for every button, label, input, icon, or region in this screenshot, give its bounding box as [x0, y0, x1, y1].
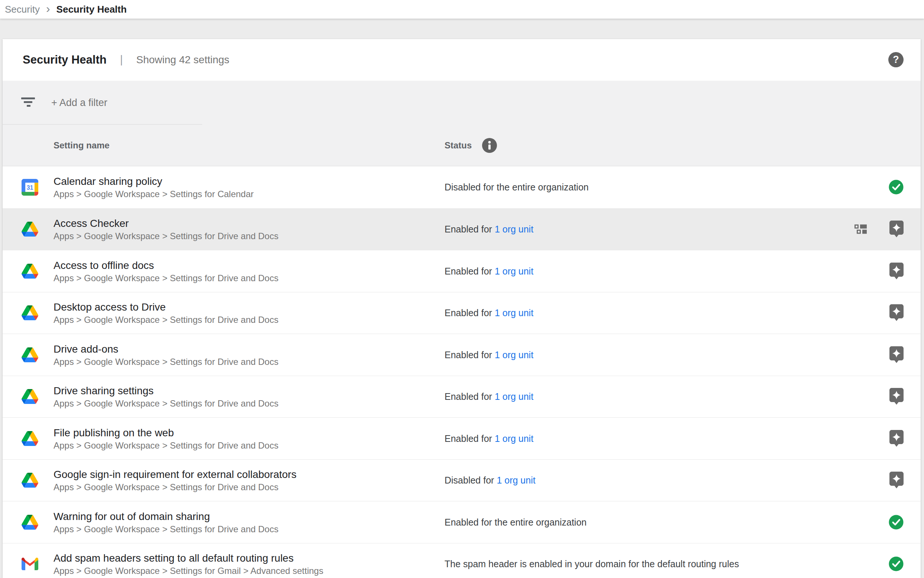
status-text: Enabled for1 org unit: [445, 391, 533, 402]
google-drive-icon: [21, 472, 38, 489]
setting-name: Desktop access to Drive: [53, 300, 278, 314]
status-ok-icon: [889, 180, 903, 195]
recommendation-badge-icon[interactable]: [890, 346, 903, 364]
status-text: Enabled for1 org unit: [445, 349, 533, 360]
setting-path: Apps > Google Workspace > Settings for D…: [53, 398, 278, 409]
page-title: Security Health: [23, 53, 107, 67]
google-drive-icon: [21, 430, 38, 447]
table-row[interactable]: Desktop access to Drive Apps > Google Wo…: [3, 292, 921, 334]
setting-path: Apps > Google Workspace > Settings for D…: [53, 272, 278, 284]
filter-funnel-icon: [21, 97, 35, 109]
org-unit-link[interactable]: 1 org unit: [495, 433, 533, 444]
org-unit-link[interactable]: 1 org unit: [495, 266, 533, 276]
setting-path: Apps > Google Workspace > Settings for C…: [53, 188, 254, 200]
table-row[interactable]: Warning for out of domain sharing Apps >…: [3, 501, 921, 543]
setting-name: Warning for out of domain sharing: [53, 510, 278, 523]
google-calendar-icon: [21, 179, 38, 196]
org-unit-link[interactable]: 1 org unit: [495, 391, 533, 402]
info-icon[interactable]: [482, 138, 497, 153]
org-unit-link[interactable]: 1 org unit: [495, 224, 533, 235]
setting-name: Access to offline docs: [53, 258, 278, 272]
settings-list: Calendar sharing policy Apps > Google Wo…: [3, 166, 921, 578]
setting-name: File publishing on the web: [53, 426, 278, 440]
google-drive-icon: [21, 221, 38, 238]
chevron-right-icon: ›: [46, 2, 50, 16]
table-row[interactable]: Add spam headers setting to all default …: [3, 543, 921, 578]
breadcrumb-current: Security Health: [57, 4, 127, 15]
card-header: Security Health | Showing 42 settings ?: [3, 39, 921, 81]
status-ok-icon: [889, 515, 903, 530]
recommendation-badge-icon[interactable]: [890, 304, 903, 321]
add-filter-button[interactable]: + Add a filter: [51, 81, 107, 125]
filter-bar: + Add a filter: [3, 81, 921, 125]
settings-count: Showing 42 settings: [136, 54, 230, 66]
google-drive-icon: [21, 514, 38, 531]
org-unit-link[interactable]: 1 org unit: [497, 475, 535, 486]
recommendation-badge-icon[interactable]: [890, 263, 903, 280]
column-status: Status: [445, 125, 472, 166]
help-circle-icon[interactable]: ?: [888, 52, 903, 67]
status-ok-icon: [889, 557, 903, 571]
status-text: Enabled for1 org unit: [445, 224, 533, 235]
recommendation-badge-icon[interactable]: [890, 221, 903, 238]
table-row[interactable]: Drive sharing settings Apps > Google Wor…: [3, 376, 921, 418]
status-text: Enabled for1 org unit: [445, 266, 533, 276]
setting-name: Calendar sharing policy: [53, 174, 254, 188]
org-unit-link[interactable]: 1 org unit: [495, 349, 533, 360]
recommendation-badge-icon[interactable]: [890, 472, 903, 489]
table-toolbar: + Add a filter Setting name Status: [3, 81, 921, 166]
google-drive-icon: [21, 263, 38, 280]
table-row[interactable]: Calendar sharing policy Apps > Google Wo…: [3, 166, 921, 208]
setting-name: Google sign-in requirement for external …: [53, 468, 296, 481]
title-separator: |: [120, 53, 123, 66]
setting-path: Apps > Google Workspace > Settings for D…: [53, 440, 278, 451]
setting-name: Drive add-ons: [53, 342, 278, 356]
status-text: Disabled for the entire organization: [445, 182, 589, 193]
setting-path: Apps > Google Workspace > Settings for G…: [53, 565, 324, 576]
table-row[interactable]: Drive add-ons Apps > Google Workspace > …: [3, 334, 921, 376]
status-text: Enabled for1 org unit: [445, 433, 533, 444]
status-text: The spam header is enabled in your domai…: [445, 559, 739, 570]
setting-path: Apps > Google Workspace > Settings for D…: [53, 523, 278, 535]
status-text: Enabled for the entire organization: [445, 516, 586, 528]
breadcrumb: Security › Security Health: [0, 0, 924, 19]
table-row[interactable]: Access Checker Apps > Google Workspace >…: [3, 208, 921, 250]
setting-path: Apps > Google Workspace > Settings for D…: [53, 481, 296, 493]
status-text: Disabled for1 org unit: [445, 475, 536, 486]
org-units-icon[interactable]: [854, 224, 867, 235]
table-row[interactable]: Access to offline docs Apps > Google Wor…: [3, 250, 921, 292]
google-drive-icon: [21, 388, 38, 405]
setting-path: Apps > Google Workspace > Settings for D…: [53, 230, 278, 242]
security-health-card: Security Health | Showing 42 settings ? …: [3, 39, 921, 578]
breadcrumb-parent-link[interactable]: Security: [5, 4, 40, 15]
gmail-icon: [21, 555, 38, 572]
recommendation-badge-icon[interactable]: [890, 388, 903, 405]
setting-path: Apps > Google Workspace > Settings for D…: [53, 314, 278, 325]
table-header: Setting name Status: [3, 125, 921, 166]
setting-path: Apps > Google Workspace > Settings for D…: [53, 356, 278, 367]
table-row[interactable]: Google sign-in requirement for external …: [3, 459, 921, 502]
setting-name: Access Checker: [53, 216, 278, 230]
google-drive-icon: [21, 346, 38, 364]
recommendation-badge-icon[interactable]: [890, 430, 903, 447]
status-text: Enabled for1 org unit: [445, 308, 533, 318]
table-row[interactable]: File publishing on the web Apps > Google…: [3, 417, 921, 459]
google-drive-icon: [21, 304, 38, 321]
setting-name: Add spam headers setting to all default …: [53, 551, 324, 565]
org-unit-link[interactable]: 1 org unit: [495, 308, 533, 318]
setting-name: Drive sharing settings: [53, 384, 278, 398]
column-setting-name: Setting name: [53, 125, 110, 166]
